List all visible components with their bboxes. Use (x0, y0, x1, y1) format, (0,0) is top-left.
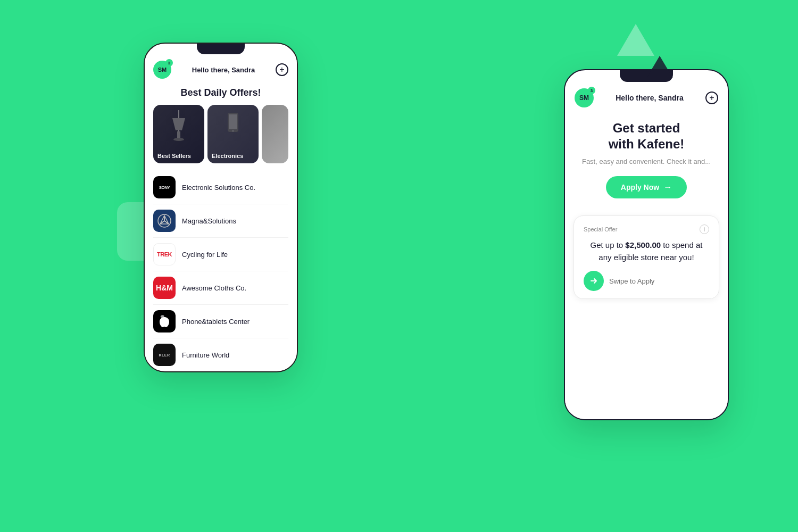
category-electronics[interactable]: Electronics (207, 105, 259, 163)
front-phone-screen: SM 3 Hello there, Sandra + Get started w… (565, 82, 728, 419)
store-logo-hm: H&M (153, 277, 176, 299)
store-logo-kler: KLER (153, 344, 176, 366)
add-button[interactable]: + (276, 63, 288, 76)
back-header: SM 3 Hello there, Sandra + (145, 54, 297, 83)
apply-now-button[interactable]: Apply Now → (606, 176, 687, 198)
front-add-button[interactable]: + (705, 92, 718, 104)
svg-marker-1 (172, 118, 185, 130)
store-logo-mercedes (153, 210, 176, 232)
svg-point-6 (232, 130, 234, 132)
category-other[interactable] (262, 105, 288, 163)
greeting-text: Hello there, Sandra (192, 66, 255, 74)
store-name-sony-1: Electronic Solutions Co. (182, 184, 255, 192)
category-label-electronics: Electronics (212, 153, 243, 159)
svg-point-3 (173, 138, 184, 141)
store-name-hm: Awesome Cloths Co. (182, 284, 246, 292)
store-logo-trek: TREK (153, 243, 176, 265)
store-logo-sony-1: SONY (153, 176, 176, 198)
store-list: SONY Electronic Solutions Co. Magna&Solu… (145, 171, 297, 370)
front-greeting-text: Hello there, Sandra (616, 94, 684, 102)
special-offer-card: Special Offer i Get up to $2,500.00 to s… (573, 215, 719, 299)
store-item-apple[interactable]: Phone&tablets Center (153, 305, 288, 338)
front-avatar-container: SM 3 (575, 88, 594, 107)
category-best-sellers[interactable]: Best Sellers (153, 105, 204, 163)
store-name-mercedes: Magna&Solutions (182, 217, 236, 225)
store-item-mercedes[interactable]: Magna&Solutions (153, 204, 288, 238)
swipe-row: Swipe to Apply (584, 271, 709, 291)
avatar-container: SM 3 (153, 61, 171, 79)
swipe-button[interactable] (584, 271, 604, 291)
front-header: SM 3 Hello there, Sandra + (565, 82, 728, 112)
offer-tag: Special Offer (584, 226, 617, 232)
store-logo-apple (153, 310, 176, 332)
svg-marker-12 (646, 56, 673, 78)
svg-marker-11 (617, 24, 654, 56)
store-item-kler[interactable]: KLER Furniture World (153, 338, 288, 370)
offer-amount: $2,500.00 (625, 240, 661, 250)
store-item-sony-1[interactable]: SONY Electronic Solutions Co. (153, 171, 288, 204)
hero-title: Get started with Kafene! (576, 120, 717, 152)
store-name-kler: Furniture World (182, 351, 229, 359)
phone-front: SM 3 Hello there, Sandra + Get started w… (564, 69, 729, 420)
store-item-hm[interactable]: H&M Awesome Cloths Co. (153, 271, 288, 305)
arrow-icon: → (663, 182, 672, 192)
swipe-label: Swipe to Apply (609, 277, 654, 285)
info-icon[interactable]: i (700, 225, 709, 234)
front-notification-badge: 3 (588, 87, 595, 94)
store-name-apple: Phone&tablets Center (182, 318, 250, 326)
hero-subtitle: Fast, easy and convenient. Check it and.… (576, 157, 717, 165)
phone-back: SM 3 Hello there, Sandra + Best Daily Of… (144, 43, 298, 372)
category-label-sellers: Best Sellers (157, 153, 191, 159)
triangle-small (646, 56, 673, 80)
section-title: Best Daily Offers! (145, 83, 297, 105)
triangle-big (617, 24, 654, 58)
offer-tag-row: Special Offer i (584, 225, 709, 234)
back-phone-screen: SM 3 Hello there, Sandra + Best Daily Of… (145, 54, 297, 370)
svg-rect-5 (229, 114, 237, 129)
offer-text: Get up to $2,500.00 to spend at any elig… (584, 239, 709, 263)
category-row: Best Sellers Electronics (145, 105, 297, 163)
notification-badge: 3 (165, 59, 173, 66)
hero-section: Get started with Kafene! Fast, easy and … (565, 112, 728, 209)
phone-notch-back (197, 44, 245, 54)
store-name-trek: Cycling for Life (182, 251, 228, 259)
store-item-trek[interactable]: TREK Cycling for Life (153, 238, 288, 271)
